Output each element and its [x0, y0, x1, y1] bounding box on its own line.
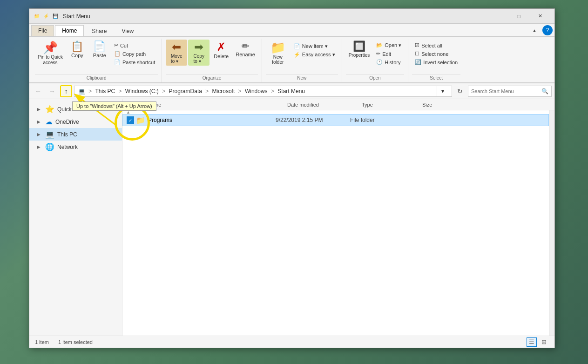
list-view-button[interactable]: ⊞	[539, 337, 549, 347]
scroll-top-area: ▲	[122, 110, 549, 114]
new-item-button[interactable]: 📄 New item ▾	[291, 42, 338, 50]
up-button[interactable]: ↑	[60, 85, 72, 97]
copy-to-button[interactable]: ➡ Copyto ▾	[188, 40, 210, 66]
history-icon: 🕐	[376, 59, 383, 65]
address-path[interactable]: 💻 > This PC > Windows (C:) > ProgramData…	[74, 86, 452, 97]
move-to-button[interactable]: ⬅ Moveto ▾	[166, 40, 187, 66]
quickaccess-label: Quick access	[57, 106, 90, 113]
close-button[interactable]: ✕	[529, 9, 551, 24]
history-button[interactable]: 🕐 History	[373, 58, 404, 66]
refresh-button[interactable]: ↻	[454, 85, 466, 97]
ribbon-group-select: ☑ Select all ☐ Select none 🔄 Invert sele…	[408, 39, 464, 82]
select-label: Select	[412, 74, 460, 81]
path-part-1: This PC	[94, 88, 115, 94]
open-content: 🔲 Properties 📂 Open ▾ ✏ Edit 🕐 History	[346, 40, 405, 73]
open-label: Open ▾	[385, 42, 401, 48]
search-input[interactable]	[471, 88, 540, 94]
copy-path-label: Copy path	[122, 51, 146, 57]
sidebar-item-thispc[interactable]: ▶ 💻 This PC	[29, 128, 122, 141]
select-none-button[interactable]: ☐ Select none	[412, 50, 460, 58]
copy-button[interactable]: 📋 Copy	[67, 40, 88, 60]
new-folder-button[interactable]: 📁 Newfolder	[266, 40, 290, 67]
file-name: Programs	[148, 117, 276, 123]
tab-home[interactable]: Home	[55, 25, 84, 36]
new-item-label: New item ▾	[302, 43, 328, 49]
cut-label: Cut	[120, 43, 128, 48]
col-header-name[interactable]: Name	[144, 102, 284, 108]
copy-icon: 📋	[71, 41, 83, 52]
select-none-icon: ☐	[415, 51, 419, 57]
edit-button[interactable]: ✏ Edit	[373, 50, 404, 58]
expand-icon-quickaccess: ▶	[37, 107, 42, 112]
new-item-icon: 📄	[294, 43, 300, 49]
properties-icon: 🔲	[353, 41, 365, 52]
scroll-up-arrow: ▲	[126, 110, 130, 115]
network-icon: 🌐	[45, 142, 54, 151]
open-icon: 📂	[376, 42, 383, 48]
paste-button[interactable]: 📄 Paste	[89, 40, 110, 60]
ribbon-collapse-button[interactable]: ▲	[528, 24, 541, 36]
minimize-button[interactable]: —	[487, 9, 508, 24]
new-folder-icon: 📁	[270, 41, 285, 54]
onedrive-label: OneDrive	[55, 119, 79, 125]
col-header-size[interactable]: Size	[419, 102, 465, 108]
address-dropdown[interactable]: ▾	[437, 86, 448, 97]
cut-button[interactable]: ✂ Cut	[111, 41, 158, 49]
new-content: 📁 Newfolder 📄 New item ▾ ⚡ Easy access ▾	[266, 40, 338, 73]
select-all-label: Select all	[421, 43, 442, 48]
select-all-icon: ☑	[415, 42, 419, 48]
scroll-indicator[interactable]	[549, 110, 554, 336]
maximize-button[interactable]: □	[508, 9, 529, 24]
select-none-label: Select none	[421, 51, 448, 57]
copy-label: Copy	[71, 53, 83, 58]
expand-icon-network: ▶	[37, 144, 42, 149]
copy-path-button[interactable]: 📋 Copy path	[111, 50, 158, 58]
sidebar-item-onedrive[interactable]: ▶ ☁ OneDrive	[29, 115, 122, 128]
pin-to-quickaccess-button[interactable]: 📌 Pin to Quickaccess	[35, 40, 66, 67]
network-label: Network	[57, 144, 78, 150]
open-button[interactable]: 📂 Open ▾	[373, 41, 404, 49]
path-part-2: Windows (C:)	[124, 88, 159, 94]
sidebar-item-network[interactable]: ▶ 🌐 Network	[29, 141, 122, 153]
paste-icon: 📄	[93, 41, 106, 52]
details-view-button[interactable]: ☰	[527, 337, 537, 347]
select-all-button[interactable]: ☑ Select all	[412, 41, 460, 49]
properties-button[interactable]: 🔲 Properties	[346, 40, 373, 60]
select-content: ☑ Select all ☐ Select none 🔄 Invert sele…	[412, 40, 460, 73]
path-part-3: ProgramData	[167, 88, 202, 94]
col-header-type[interactable]: Type	[358, 102, 419, 108]
table-row[interactable]: ✓ 📁 Programs 9/22/2019 2:15 PM File fold…	[122, 114, 549, 126]
onedrive-icon: ☁	[45, 117, 53, 126]
file-header: Name Date modified Type Size	[122, 99, 554, 110]
edit-icon: ✏	[376, 51, 380, 57]
forward-button[interactable]: →	[46, 85, 58, 97]
row-checkbox[interactable]: ✓	[127, 116, 134, 124]
new-label: New	[266, 74, 338, 81]
delete-button[interactable]: ✗ Delete	[210, 40, 232, 61]
file-type: File folder	[350, 117, 411, 123]
select-small-buttons: ☑ Select all ☐ Select none 🔄 Invert sele…	[412, 40, 460, 66]
back-button[interactable]: ←	[32, 85, 44, 97]
invert-selection-button[interactable]: 🔄 Invert selection	[412, 58, 460, 66]
copy-to-icon: ➡	[194, 41, 203, 53]
path-part-5: Windows	[243, 88, 268, 94]
window-controls: — □ ✕	[487, 9, 551, 24]
path-part-4: Microsoft	[210, 88, 235, 94]
empty-file-area	[122, 126, 549, 266]
help-button[interactable]: ?	[542, 25, 553, 35]
tab-share[interactable]: Share	[85, 25, 114, 36]
col-header-date[interactable]: Date modified	[284, 102, 358, 108]
main-area: ▶ ⭐ Quick access ▶ ☁ OneDrive ▶ 💻 This P…	[29, 99, 554, 336]
easy-access-button[interactable]: ⚡ Easy access ▾	[291, 51, 338, 59]
window-title: Start Menu	[63, 13, 487, 20]
tab-view[interactable]: View	[115, 25, 141, 36]
status-bar: 1 item 1 item selected ☰ ⊞	[29, 336, 554, 348]
paste-shortcut-button[interactable]: 📄 Paste shortcut	[111, 58, 158, 66]
clipboard-content: 📌 Pin to Quickaccess 📋 Copy 📄 Paste ✂	[35, 40, 158, 73]
pin-icon: 📌	[43, 41, 58, 54]
rename-icon: ✏	[242, 41, 250, 51]
tab-file[interactable]: File	[31, 25, 54, 36]
paste-shortcut-icon: 📄	[114, 59, 121, 65]
sidebar-item-quickaccess[interactable]: ▶ ⭐ Quick access	[29, 103, 122, 115]
rename-button[interactable]: ✏ Rename	[233, 40, 258, 59]
